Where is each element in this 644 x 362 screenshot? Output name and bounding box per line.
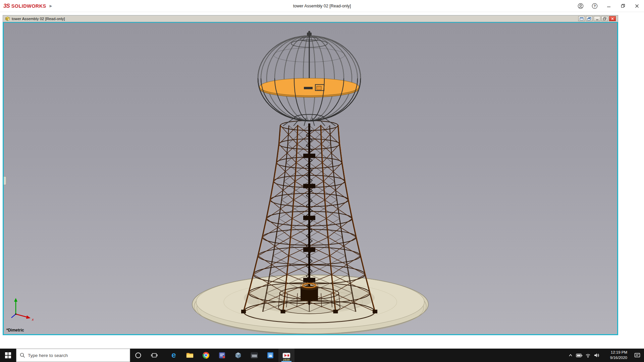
orientation-triad: x xyxy=(11,298,34,321)
menu-expand-arrow-icon[interactable]: ▶ xyxy=(50,4,52,8)
svg-text:x: x xyxy=(32,317,34,321)
speaker-icon xyxy=(593,352,600,358)
close-button[interactable] xyxy=(630,0,644,12)
child-view-button-2[interactable] xyxy=(586,16,593,21)
3d-model-canvas[interactable]: x xyxy=(4,23,617,334)
volume-tray-button[interactable] xyxy=(592,349,601,362)
windows-taskbar: Type here to search e xyxy=(0,349,644,362)
search-icon xyxy=(20,353,25,358)
restore-button[interactable] xyxy=(616,0,630,12)
action-center-button[interactable] xyxy=(631,349,644,362)
task-view-icon xyxy=(151,352,158,358)
search-placeholder: Type here to search xyxy=(28,353,68,358)
photos-icon xyxy=(267,352,274,359)
document-window: tower Assembly 02 [Read-only] xyxy=(3,15,618,335)
brand-mark: 3S xyxy=(3,3,10,9)
feature-panel-expand-tab[interactable] xyxy=(4,176,6,185)
cascade-windows-icon xyxy=(587,17,591,20)
minimize-icon xyxy=(607,4,611,8)
taskbar-search-box[interactable]: Type here to search xyxy=(16,349,130,362)
restore-icon xyxy=(621,4,625,8)
child-minimize-button[interactable] xyxy=(594,16,600,21)
tray-expand-button[interactable] xyxy=(566,349,575,362)
window-pane-icon xyxy=(580,17,584,20)
minimize-button[interactable] xyxy=(602,0,616,12)
clock-date: 9/16/2020 xyxy=(610,355,627,361)
cad-cube-icon xyxy=(234,352,242,359)
app-window-icon xyxy=(251,352,258,359)
document-titlebar[interactable]: tower Assembly 02 [Read-only] xyxy=(3,15,618,22)
chevron-up-icon xyxy=(568,353,573,357)
taskbar-spacer xyxy=(162,349,166,362)
edge-icon: e xyxy=(169,351,178,360)
start-button[interactable] xyxy=(0,349,16,362)
pinned-app-icon-1 xyxy=(218,352,226,359)
child-restore-button[interactable] xyxy=(601,16,608,21)
pinned-app-button-2[interactable] xyxy=(246,349,262,362)
graphics-viewport[interactable]: x *Dimetric xyxy=(3,22,618,335)
cad-viewer-button[interactable] xyxy=(230,349,246,362)
child-close-icon xyxy=(611,17,614,20)
file-explorer-icon xyxy=(186,352,194,358)
app-titlebar: 3S SOLIDWORKS ▶ tower Assembly 02 [Read-… xyxy=(0,0,644,12)
network-tray-button[interactable] xyxy=(584,349,592,362)
wifi-icon xyxy=(585,352,591,358)
cortana-icon xyxy=(135,352,142,359)
close-icon xyxy=(635,4,639,8)
windows-logo-icon xyxy=(5,352,11,358)
document-title: tower Assembly 02 [Read-only] xyxy=(12,17,65,21)
svg-text:e: e xyxy=(171,351,176,359)
account-icon xyxy=(578,3,584,9)
svg-text:?: ? xyxy=(594,4,596,8)
solidworks-logo: 3S SOLIDWORKS xyxy=(0,3,46,9)
help-button[interactable]: ? xyxy=(588,0,602,12)
taskbar-clock[interactable]: 12:19 PM 9/16/2020 xyxy=(601,349,631,362)
edge-button[interactable]: e xyxy=(166,349,182,362)
solidworks-app-button[interactable]: 2020 xyxy=(278,349,294,362)
chrome-button[interactable] xyxy=(198,349,214,362)
task-view-button[interactable] xyxy=(146,349,162,362)
account-button[interactable] xyxy=(574,0,588,12)
child-close-button[interactable] xyxy=(609,16,616,21)
child-view-button-1[interactable] xyxy=(578,16,585,21)
cortana-button[interactable] xyxy=(130,349,146,362)
help-icon: ? xyxy=(592,3,598,9)
app-window-title: tower Assembly 02 [Read-only] xyxy=(293,0,351,12)
assembly-document-icon xyxy=(5,16,10,21)
action-center-icon xyxy=(634,352,641,358)
child-restore-icon xyxy=(603,17,607,20)
pinned-app-button-1[interactable] xyxy=(214,349,230,362)
photos-button[interactable] xyxy=(262,349,278,362)
brand-name: SOLIDWORKS xyxy=(11,3,46,9)
file-explorer-button[interactable] xyxy=(182,349,198,362)
child-minimize-icon xyxy=(595,17,599,20)
battery-icon xyxy=(576,352,583,358)
chrome-icon xyxy=(202,352,210,359)
dome-cage xyxy=(258,31,361,126)
solidworks-app-icon xyxy=(282,353,290,358)
view-orientation-label: *Dimetric xyxy=(6,328,24,333)
clock-time: 12:19 PM xyxy=(611,350,627,355)
battery-tray-button[interactable] xyxy=(575,349,584,362)
